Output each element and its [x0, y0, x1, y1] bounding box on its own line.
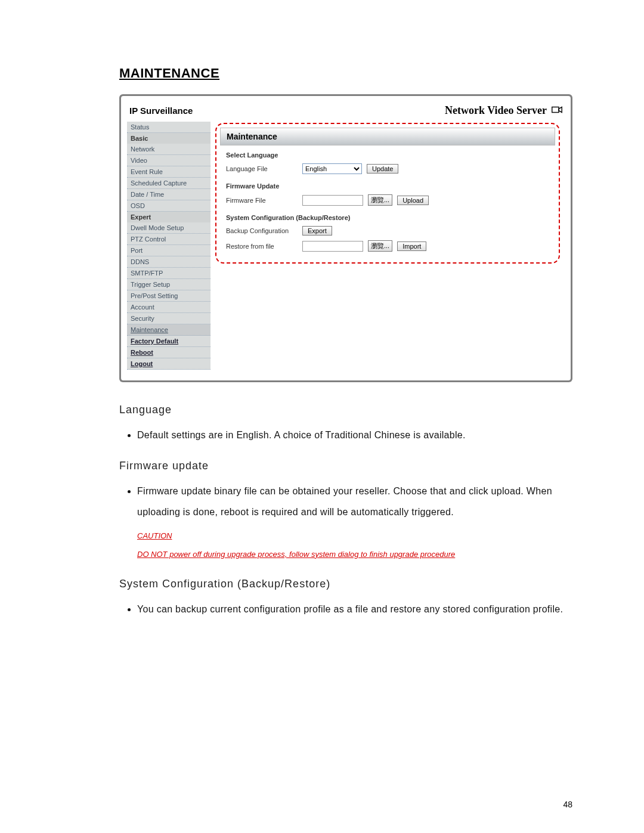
page-title: MAINTENANCE: [119, 66, 572, 81]
sidebar-item-osd[interactable]: OSD: [127, 200, 210, 212]
sidebar-item-network[interactable]: Network: [127, 144, 210, 155]
export-button[interactable]: Export: [302, 226, 332, 236]
bullet-firmware: Firmware update binary file can be obtai…: [137, 481, 572, 522]
highlight-box: Maintenance Select Language Language Fil…: [215, 123, 560, 264]
language-select[interactable]: English: [302, 163, 362, 174]
sidebar-item-account[interactable]: Account: [127, 302, 210, 313]
sidebar-item-ptz[interactable]: PTZ Control: [127, 234, 210, 245]
label-firmware-file: Firmware File: [226, 197, 298, 204]
firmware-file-path[interactable]: [302, 195, 363, 206]
sidebar-item-date-time[interactable]: Date / Time: [127, 189, 210, 200]
svg-rect-0: [552, 107, 559, 113]
sidebar-item-event-rule[interactable]: Event Rule: [127, 166, 210, 178]
sidebar-item-trigger[interactable]: Trigger Setup: [127, 279, 210, 290]
sidebar-item-logout[interactable]: Logout: [127, 358, 210, 370]
section-system-config: System Configuration (Backup/Restore): [220, 208, 555, 224]
bullet-language: Default settings are in English. A choic…: [137, 425, 572, 445]
sidebar-category-expert: Expert: [127, 212, 210, 222]
camera-icon: [552, 104, 562, 117]
upload-button[interactable]: Upload: [397, 196, 429, 205]
sidebar-item-video[interactable]: Video: [127, 155, 210, 166]
sidebar-item-ddns[interactable]: DDNS: [127, 256, 210, 268]
sidebar-item-smtp-ftp[interactable]: SMTP/FTP: [127, 268, 210, 279]
restore-browse-button[interactable]: 瀏覽...: [368, 240, 392, 252]
label-restore-from-file: Restore from file: [226, 243, 298, 250]
brand-label: IP Surveillance: [129, 106, 193, 116]
heading-system-config: System Configuration (Backup/Restore): [119, 578, 572, 590]
sidebar-item-prepost[interactable]: Pre/Post Setting: [127, 290, 210, 302]
bullet-system-config: You can backup current configuration pro…: [137, 599, 572, 620]
import-button[interactable]: Import: [397, 241, 426, 251]
page-number: 48: [563, 800, 572, 809]
label-language-file: Language File: [226, 165, 298, 172]
sidebar-item-dwell-mode[interactable]: Dwell Mode Setup: [127, 222, 210, 234]
caution-heading: CAUTION: [137, 527, 572, 545]
sidebar-item-port[interactable]: Port: [127, 245, 210, 256]
label-backup-config: Backup Configuration: [226, 227, 298, 234]
sidebar-item-status[interactable]: Status: [127, 122, 210, 133]
restore-file-path[interactable]: [302, 241, 363, 252]
sidebar-item-security[interactable]: Security: [127, 313, 210, 324]
section-select-language: Select Language: [220, 145, 555, 161]
screenshot-frame: IP Surveillance Network Video Server Sta…: [119, 94, 572, 382]
sidebar-category-basic: Basic: [127, 133, 210, 144]
product-label: Network Video Server: [445, 104, 547, 117]
panel-title: Maintenance: [220, 128, 555, 145]
sidebar: Status Basic Network Video Event Rule Sc…: [127, 122, 210, 370]
heading-firmware: Firmware update: [119, 460, 572, 472]
section-firmware-update: Firmware Update: [220, 176, 555, 192]
update-button[interactable]: Update: [367, 164, 398, 174]
heading-language: Language: [119, 404, 572, 416]
sidebar-item-maintenance[interactable]: Maintenance: [127, 324, 210, 336]
caution-body: DO NOT power off during upgrade process,…: [137, 545, 572, 563]
firmware-browse-button[interactable]: 瀏覽...: [368, 194, 392, 206]
sidebar-item-scheduled-capture[interactable]: Scheduled Capture: [127, 178, 210, 189]
sidebar-item-reboot[interactable]: Reboot: [127, 347, 210, 358]
sidebar-item-factory-default[interactable]: Factory Default: [127, 336, 210, 347]
